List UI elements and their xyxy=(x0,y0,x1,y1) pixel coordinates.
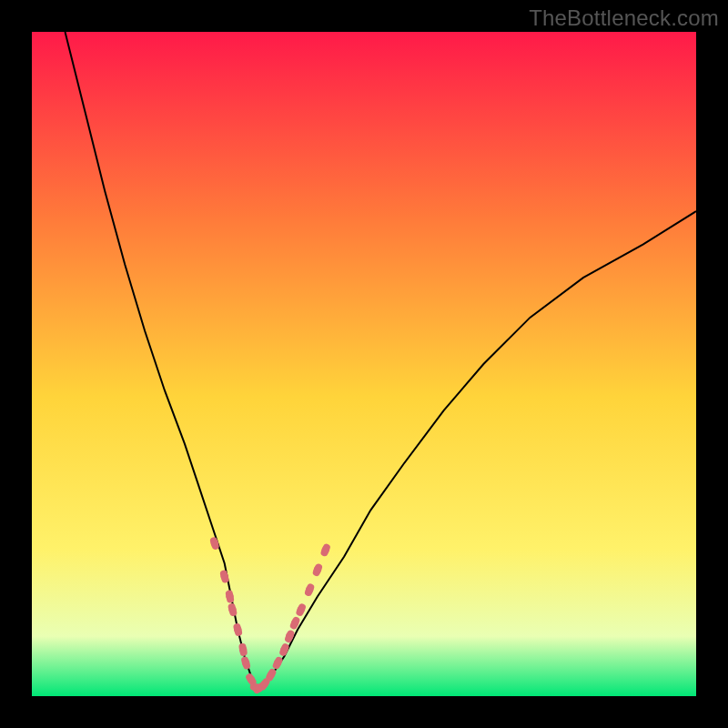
curve-marker-dot xyxy=(322,546,329,553)
curve-marker-dot xyxy=(298,606,305,613)
curve-marker-dot xyxy=(248,676,255,683)
watermark-text: TheBottleneck.com xyxy=(529,5,719,31)
bottleneck-chart xyxy=(32,32,696,696)
curve-marker-dot xyxy=(291,620,298,627)
curve-marker-dot xyxy=(260,681,268,688)
curve-marker-dot xyxy=(221,572,228,580)
curve-marker-dot xyxy=(234,626,241,633)
plot-area xyxy=(32,32,696,696)
curve-marker-dot xyxy=(280,646,288,653)
curve-marker-dot xyxy=(239,646,247,653)
curve-marker-dot xyxy=(274,659,281,666)
curve-marker-dot xyxy=(228,606,236,613)
curve-marker-dot xyxy=(226,592,233,600)
gradient-background xyxy=(32,32,696,696)
curve-marker-dot xyxy=(242,659,249,666)
curve-marker-dot xyxy=(286,632,293,640)
curve-marker-dot xyxy=(314,566,321,573)
curve-marker-dot xyxy=(306,586,313,593)
curve-marker-dot xyxy=(268,671,275,678)
curve-marker-dot xyxy=(211,540,218,547)
chart-frame: TheBottleneck.com xyxy=(0,0,728,728)
